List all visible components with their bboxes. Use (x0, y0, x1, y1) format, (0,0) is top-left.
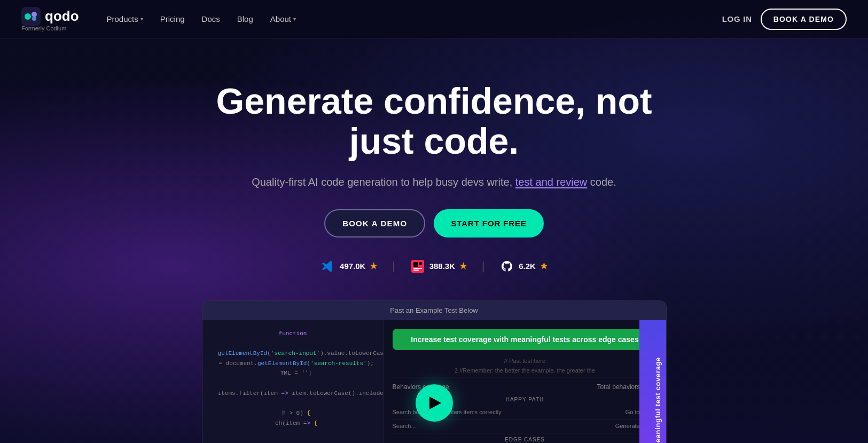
stats-bar: 497.0K ★ | 388.3K ★ | (320, 259, 548, 274)
test-placeholder-2: 2 //Remember: the better the example, th… (393, 367, 658, 374)
total-behaviors-label: Total behaviors (597, 383, 640, 391)
hero-subtitle-prefix: Quality-first AI code generation to help… (252, 176, 512, 188)
svg-rect-7 (413, 268, 422, 269)
book-demo-hero-button[interactable]: BOOK A DEMO (324, 209, 425, 238)
stat-jetbrains: 388.3K ★ (410, 259, 467, 274)
nav-about[interactable]: About ▾ (264, 10, 302, 28)
code-line-2 (211, 338, 375, 349)
code-line-6 (211, 378, 375, 389)
hero-subtitle: Quality-first AI code generation to help… (252, 174, 616, 190)
demo-area: Past an Example Test Below function getE… (202, 300, 667, 443)
code-panel: function getElementById('search-input').… (202, 320, 384, 443)
stat-github: 6.2K ★ (499, 259, 548, 274)
code-line-1: function (211, 329, 375, 339)
code-line-7: items.filter(item => item.toLowerCase().… (211, 389, 375, 399)
chevron-down-icon-about: ▾ (293, 16, 296, 22)
code-line-4: = document.getElementById('search-result… (211, 359, 375, 369)
logo-text: qodo (45, 8, 79, 25)
logo-symbol (21, 7, 41, 26)
login-button[interactable]: LOG IN (722, 14, 752, 23)
nav-pricing-label: Pricing (160, 14, 185, 23)
svg-point-3 (32, 17, 36, 21)
jetbrains-icon (410, 259, 425, 274)
logo-icon: qodo (21, 7, 79, 26)
nav-links: Products ▾ Pricing Docs Blog About ▾ (100, 10, 302, 28)
green-banner: Increase test coverage with meaningful t… (393, 329, 658, 350)
start-free-button[interactable]: START FOR FREE (434, 209, 543, 238)
stat-divider-2: | (482, 260, 484, 272)
vscode-star-icon: ★ (370, 261, 377, 271)
demo-header: Past an Example Test Below (202, 301, 666, 320)
code-line-3: getElementById('search-input').value.toL… (211, 349, 375, 359)
test-row-2-text: Search... (393, 423, 416, 429)
play-triangle-icon (429, 397, 441, 409)
side-banner-text: Meaningful test coverage (654, 357, 662, 443)
jetbrains-stat-value: 388.3K (429, 262, 455, 271)
hero-title: Generate confidence, not just code. (194, 81, 675, 161)
vscode-stat-value: 497.0K (340, 262, 365, 271)
formerly-label: Formerly Codium (21, 25, 79, 31)
svg-point-1 (25, 13, 31, 20)
code-line-10: ch(item => { (211, 418, 375, 429)
nav-docs[interactable]: Docs (196, 10, 226, 28)
hero-subtitle-suffix: code. (590, 176, 616, 188)
edge-cases-label: EDGE CASES (393, 437, 658, 442)
github-star-icon: ★ (540, 261, 548, 271)
svg-rect-6 (419, 262, 422, 265)
vscode-icon (320, 259, 335, 274)
chevron-down-icon: ▾ (140, 16, 143, 22)
nav-products-label: Products (107, 14, 138, 23)
play-button[interactable] (416, 384, 453, 422)
side-banner: Meaningful test coverage (639, 320, 667, 443)
code-line-9: h > 0) { (211, 408, 375, 418)
jetbrains-star-icon: ★ (459, 261, 467, 271)
code-line-5: TML = ''; (211, 368, 375, 378)
navbar: qodo Formerly Codium Products ▾ Pricing … (0, 0, 868, 38)
book-demo-nav-button[interactable]: BOOK A DEMO (761, 9, 847, 30)
hero-section: Generate confidence, not just code. Qual… (0, 38, 868, 443)
stat-divider-1: | (392, 260, 395, 272)
logo-area[interactable]: qodo Formerly Codium (21, 7, 79, 31)
navbar-right: LOG IN BOOK A DEMO (722, 9, 847, 30)
svg-rect-8 (413, 270, 419, 271)
nav-about-label: About (270, 14, 291, 23)
svg-rect-5 (413, 262, 418, 267)
github-stat-value: 6.2K (519, 262, 536, 271)
nav-pricing[interactable]: Pricing (154, 10, 191, 28)
stat-vscode: 497.0K ★ (320, 259, 377, 274)
hero-subtitle-link[interactable]: test and review (515, 176, 588, 188)
hero-buttons: BOOK A DEMO START FOR FREE (324, 209, 544, 238)
nav-docs-label: Docs (202, 14, 220, 23)
nav-blog-label: Blog (237, 14, 253, 23)
test-placeholder-1: // Past test here (393, 358, 658, 364)
svg-point-2 (32, 12, 37, 17)
nav-products[interactable]: Products ▾ (100, 10, 150, 28)
code-line-8 (211, 398, 375, 408)
nav-blog[interactable]: Blog (231, 10, 260, 28)
demo-content: function getElementById('search-input').… (202, 320, 666, 443)
demo-header-label: Past an Example Test Below (390, 306, 478, 314)
navbar-left: qodo Formerly Codium Products ▾ Pricing … (21, 7, 302, 31)
github-icon (499, 259, 514, 274)
test-panel: Increase test coverage with meaningful t… (384, 320, 666, 443)
